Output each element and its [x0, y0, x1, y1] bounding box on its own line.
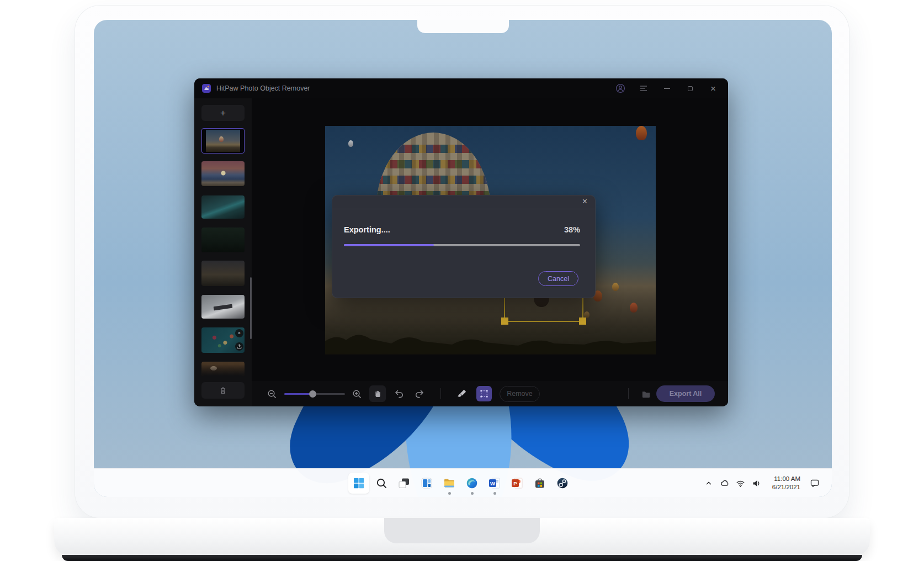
wifi-icon[interactable] — [736, 478, 746, 488]
hitpaw-app-window: HitPaw Photo Object Remover × — [194, 78, 728, 406]
thumbnail-image — [201, 227, 245, 252]
store-icon[interactable] — [533, 477, 546, 490]
folder-icon[interactable] — [639, 381, 652, 406]
laptop-lid-scoop — [384, 518, 540, 543]
system-tray: 11:00 AM 6/21/2021 — [704, 469, 820, 497]
export-progress-dialog: × Exporting.... 38% Cancel — [332, 195, 596, 298]
add-image-button[interactable]: + — [201, 105, 245, 121]
thumbnail-canyon-river[interactable] — [201, 195, 245, 219]
steam-icon[interactable] — [556, 477, 569, 490]
start-button[interactable] — [352, 477, 365, 490]
svg-text:P: P — [513, 480, 517, 486]
camera-notch — [417, 20, 509, 33]
thumbnail-image — [201, 295, 245, 319]
window-title: HitPaw Photo Object Remover — [216, 84, 310, 92]
redo-icon[interactable] — [413, 381, 426, 406]
orange-balloon — [636, 126, 647, 140]
laptop-screen: HitPaw Photo Object Remover × — [94, 20, 832, 497]
thumbnail-image — [201, 195, 245, 219]
export-all-button[interactable]: Export All — [656, 385, 715, 402]
running-indicator — [471, 492, 474, 495]
titlebar: HitPaw Photo Object Remover × — [194, 78, 728, 98]
zoom-out-icon[interactable] — [265, 381, 278, 406]
distant-balloon — [630, 303, 638, 313]
maximize-button[interactable] — [678, 78, 702, 98]
app-logo-icon — [202, 84, 211, 93]
thumbnail-image — [206, 130, 240, 152]
progress-bar — [344, 244, 580, 246]
progress-percent-label: 38% — [564, 225, 580, 234]
close-button[interactable]: × — [702, 78, 725, 98]
thumbnail-food-platter[interactable]: × — [201, 327, 245, 353]
thumbnail-image — [201, 161, 245, 186]
progress-fill — [344, 244, 434, 246]
trash-icon — [218, 385, 228, 395]
hand-tool[interactable] — [369, 381, 386, 406]
word-icon[interactable]: W — [488, 477, 501, 490]
running-indicator — [493, 492, 496, 495]
thumbnail-breakfast[interactable] — [201, 362, 245, 376]
zoom-slider-fill — [284, 393, 312, 395]
task-view-icon[interactable] — [397, 477, 411, 490]
selection-handle-bottom-left[interactable] — [501, 317, 508, 325]
toolbar-divider — [440, 388, 441, 399]
marquee-select-tool[interactable] — [476, 381, 492, 406]
volume-icon[interactable] — [752, 478, 762, 488]
zoom-in-icon[interactable] — [350, 381, 363, 406]
clock-time: 11:00 AM — [772, 475, 800, 483]
small-white-balloon — [348, 140, 353, 147]
undo-icon[interactable] — [392, 381, 406, 406]
running-indicator — [448, 492, 451, 495]
onedrive-cloud-icon[interactable] — [720, 478, 730, 488]
dialog-close-button[interactable]: × — [582, 197, 587, 206]
taskbar-icons: W P — [352, 469, 569, 497]
distant-balloon — [612, 283, 619, 291]
hand-tool-background — [369, 385, 386, 402]
zoom-slider[interactable] — [284, 393, 345, 395]
svg-text:W: W — [490, 480, 495, 486]
edge-icon[interactable] — [465, 477, 479, 490]
brush-tool[interactable] — [455, 381, 469, 406]
widgets-icon[interactable] — [420, 477, 433, 490]
exporting-label: Exporting.... — [344, 225, 390, 234]
powerpoint-icon[interactable]: P — [511, 477, 524, 490]
delete-image-button[interactable] — [201, 382, 245, 399]
dialog-header: × — [332, 195, 595, 209]
image-list-sidebar: + × — [194, 98, 252, 406]
bottom-toolbar: Remove Export All — [252, 381, 728, 406]
file-explorer-icon[interactable] — [443, 477, 456, 490]
thumbnail-forest-cliff[interactable] — [201, 227, 245, 252]
notification-icon[interactable] — [810, 478, 820, 488]
thumbnail-image — [201, 261, 245, 286]
cancel-button[interactable]: Cancel — [538, 271, 578, 286]
thumbnail-sunset-beach[interactable] — [201, 161, 245, 186]
remove-button[interactable]: Remove — [500, 386, 540, 402]
account-icon[interactable] — [609, 78, 632, 98]
windows-taskbar: W P — [94, 468, 832, 497]
thumbnail-hot-air-balloons[interactable] — [201, 128, 245, 154]
selection-handle-bottom-right[interactable] — [579, 317, 586, 325]
export-thumbnail-icon[interactable] — [235, 342, 243, 351]
thumbnail-fade — [201, 362, 245, 376]
marquee-tool-background — [476, 386, 492, 401]
minimize-button[interactable] — [655, 78, 678, 98]
laptop-base-rim — [62, 555, 862, 561]
menu-icon[interactable] — [632, 78, 655, 98]
thumbnail-evening-beach[interactable] — [201, 261, 245, 286]
thumbnail-desk-workspace[interactable] — [201, 295, 245, 319]
tray-chevron-icon[interactable] — [704, 478, 714, 488]
search-icon[interactable] — [375, 477, 388, 490]
taskbar-clock[interactable]: 11:00 AM 6/21/2021 — [772, 475, 800, 491]
toolbar-divider — [628, 388, 629, 399]
clock-date: 6/21/2021 — [772, 483, 800, 491]
window-controls: × — [609, 78, 725, 98]
zoom-slider-handle[interactable] — [309, 390, 316, 398]
tree-silhouettes — [325, 322, 656, 354]
remove-thumbnail-icon[interactable]: × — [235, 329, 243, 337]
